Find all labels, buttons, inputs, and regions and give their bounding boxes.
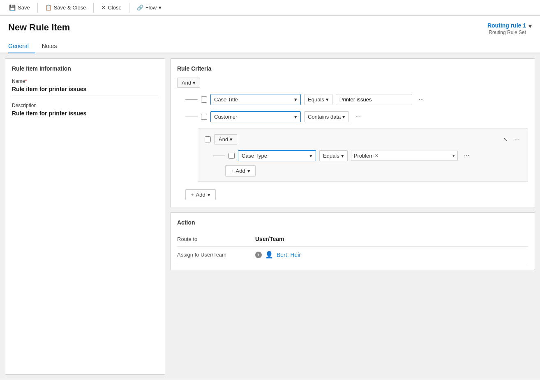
assign-value-link[interactable]: Bert; Heir	[277, 252, 301, 258]
rule-criteria-title: Rule Criteria	[177, 65, 528, 72]
contains-data-label: Contains data	[308, 114, 341, 120]
assign-to-row: Assign to User/Team i 👤 Bert; Heir	[177, 247, 528, 263]
separator-2	[93, 3, 94, 13]
description-value: Rule item for printer issues	[12, 110, 158, 117]
name-value: Rule item for printer issues	[12, 86, 158, 96]
row1-checkbox[interactable]	[201, 96, 207, 103]
criteria-rows: Case Title ▾ Equals ▾ ··· Customer	[177, 94, 528, 200]
left-panel-title: Rule Item Information	[12, 65, 158, 72]
inner-add-icon: +	[231, 168, 234, 174]
criteria-row-2: Customer ▾ Contains data ▾ ···	[177, 111, 528, 122]
close-icon: ✕	[101, 5, 106, 11]
separator-1	[37, 3, 38, 13]
case-title-label: Case Title	[214, 96, 238, 103]
equals-operator-1[interactable]: Equals ▾	[304, 94, 332, 105]
description-label: Description	[12, 103, 158, 108]
nested-connector	[213, 156, 225, 156]
outer-add-label: Add	[196, 192, 205, 198]
flow-label: Flow	[145, 5, 157, 11]
row2-checkbox[interactable]	[201, 114, 207, 120]
case-title-value-input[interactable]	[336, 94, 412, 105]
outer-add-area: + Add ▾	[177, 189, 528, 200]
nested-row1-more-button[interactable]: ···	[461, 150, 473, 161]
name-label: Name*	[12, 78, 158, 84]
case-type-value-field[interactable]: Problem ✕ ▾	[351, 151, 458, 161]
and-top-button[interactable]: And ▾	[177, 78, 200, 88]
problem-tag: Problem ✕	[354, 153, 378, 159]
routing-rule-sub: Routing Rule Set	[487, 30, 526, 35]
criteria-row-1: Case Title ▾ Equals ▾ ···	[177, 94, 528, 105]
equals-label-1: Equals	[308, 96, 324, 103]
main-content: Rule Item Information Name* Rule item fo…	[0, 53, 540, 380]
connector-2	[185, 117, 198, 117]
action-title: Action	[177, 219, 528, 226]
inner-add-area: + Add ▾	[205, 165, 523, 177]
separator-3	[129, 3, 129, 13]
case-type-dropdown[interactable]: Case Type ▾	[238, 150, 316, 161]
routing-rule-area: Routing rule 1 Routing Rule Set ▾	[487, 22, 532, 35]
route-to-row: Route to User/Team	[177, 232, 528, 247]
save-icon: 💾	[9, 5, 16, 11]
and-top-chevron-icon: ▾	[193, 80, 196, 86]
action-panel: Action Route to User/Team Assign to User…	[170, 212, 535, 270]
user-icon: 👤	[265, 251, 273, 259]
info-icon[interactable]: i	[255, 252, 262, 258]
row2-more-button[interactable]: ···	[352, 111, 364, 122]
inner-add-chevron-icon: ▾	[247, 168, 250, 174]
contains-data-operator[interactable]: Contains data ▾	[304, 111, 349, 122]
tabs: General Notes	[0, 39, 540, 53]
save-label: Save	[18, 5, 30, 11]
flow-chevron-icon: ▾	[159, 5, 162, 11]
save-button[interactable]: 💾 Save	[5, 2, 34, 13]
page-title: New Rule Item	[8, 22, 70, 33]
outer-add-chevron-icon: ▾	[208, 192, 210, 198]
close-label: Close	[108, 5, 121, 11]
case-title-chevron-icon: ▾	[294, 96, 297, 103]
case-type-label: Case Type	[242, 153, 267, 159]
problem-tag-remove-button[interactable]: ✕	[375, 153, 378, 158]
equals-chevron-icon-2: ▾	[341, 153, 344, 159]
rule-criteria-panel: Rule Criteria And ▾ Case Title ▾ Equals …	[170, 58, 535, 207]
close-button[interactable]: ✕ Close	[97, 2, 125, 13]
tab-general[interactable]: General	[8, 39, 35, 53]
problem-tag-text: Problem	[354, 153, 374, 159]
collapse-icon[interactable]: ⤡	[503, 136, 508, 142]
nested-criteria-row-1: Case Type ▾ Equals ▾ Problem ✕	[205, 150, 523, 161]
and-nested-button[interactable]: And ▾	[214, 134, 237, 144]
inner-add-label: Add	[236, 168, 245, 174]
case-type-chevron-icon: ▾	[309, 153, 312, 159]
row1-more-button[interactable]: ···	[415, 94, 427, 105]
customer-chevron-icon: ▾	[294, 114, 297, 120]
and-top-label: And	[182, 80, 191, 86]
inner-add-button[interactable]: + Add ▾	[225, 165, 256, 177]
assign-label: Assign to User/Team	[177, 252, 239, 258]
and-nested-label: And	[219, 136, 228, 142]
equals-label-2: Equals	[323, 153, 339, 159]
customer-dropdown[interactable]: Customer ▾	[210, 111, 301, 122]
customer-label: Customer	[214, 114, 237, 120]
and-nested-chevron-icon: ▾	[230, 136, 233, 142]
save-close-label: Save & Close	[54, 5, 86, 11]
case-title-dropdown[interactable]: Case Title ▾	[210, 94, 301, 105]
routing-rule-chevron-icon[interactable]: ▾	[528, 22, 532, 30]
routing-rule-link[interactable]: Routing rule 1	[487, 22, 526, 29]
flow-button[interactable]: 🔗 Flow ▾	[133, 2, 166, 13]
route-to-label: Route to	[177, 236, 239, 242]
connector-1	[185, 99, 198, 100]
nested-group-header: And ▾ ⤡ ···	[205, 133, 523, 145]
nested-row1-checkbox[interactable]	[228, 153, 235, 159]
equals-operator-2[interactable]: Equals ▾	[319, 150, 348, 161]
flow-icon: 🔗	[137, 5, 143, 11]
page-header: New Rule Item Routing rule 1 Routing Rul…	[0, 16, 540, 39]
multi-value-chevron-icon: ▾	[452, 153, 455, 158]
contains-data-chevron-icon: ▾	[342, 114, 345, 120]
route-to-value: User/Team	[255, 236, 284, 242]
nested-group-checkbox[interactable]	[205, 136, 211, 142]
outer-add-icon: +	[191, 192, 194, 198]
save-close-button[interactable]: 📋 Save & Close	[41, 2, 90, 13]
nested-group-more-button[interactable]: ···	[511, 133, 523, 145]
outer-add-button[interactable]: + Add ▾	[185, 189, 216, 200]
toolbar: 💾 Save 📋 Save & Close ✕ Close 🔗 Flow ▾	[0, 0, 540, 16]
save-close-icon: 📋	[45, 5, 52, 11]
tab-notes[interactable]: Notes	[42, 39, 64, 53]
